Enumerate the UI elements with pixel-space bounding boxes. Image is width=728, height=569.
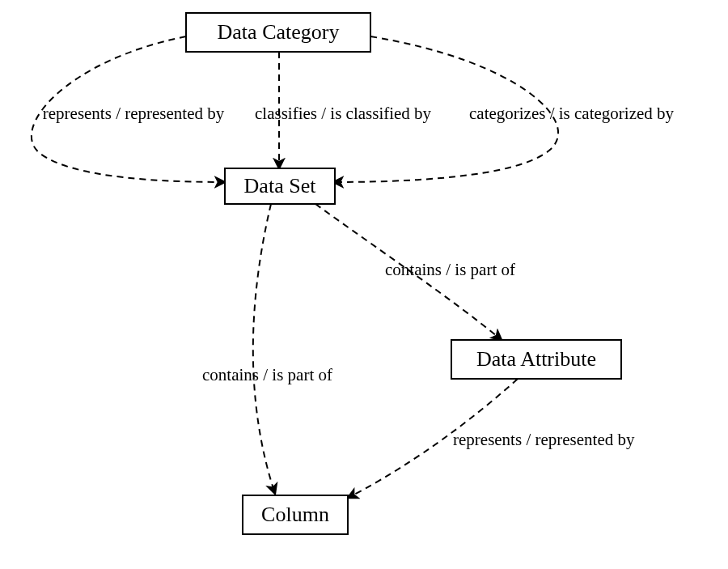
edge-represents-category-set-label: represents / represented by	[43, 104, 225, 123]
node-data-category-label: Data Category	[218, 20, 340, 44]
node-data-set-label: Data Set	[244, 174, 317, 197]
edge-contains-attribute: contains / is part of	[315, 204, 515, 340]
edge-classifies: classifies / is classified by	[255, 52, 432, 168]
node-column: Column	[243, 495, 348, 534]
edge-represents-attribute-column-label: represents / represented by	[453, 430, 635, 449]
edge-represents-category-set: represents / represented by	[32, 36, 225, 182]
edge-contains-column-label: contains / is part of	[202, 365, 332, 384]
edge-contains-attribute-label: contains / is part of	[385, 260, 515, 279]
node-column-label: Column	[261, 503, 329, 526]
concept-diagram: classifies / is classified by represents…	[0, 0, 728, 569]
node-data-attribute-label: Data Attribute	[476, 347, 596, 371]
edge-classifies-label: classifies / is classified by	[255, 104, 432, 123]
edge-contains-column: contains / is part of	[202, 204, 332, 494]
node-data-attribute: Data Attribute	[451, 340, 621, 379]
edge-represents-attribute-column: represents / represented by	[348, 379, 635, 498]
edge-categorizes-label: categorizes / is categorized by	[469, 104, 675, 123]
node-data-set: Data Set	[225, 168, 335, 204]
node-data-category: Data Category	[186, 13, 370, 52]
